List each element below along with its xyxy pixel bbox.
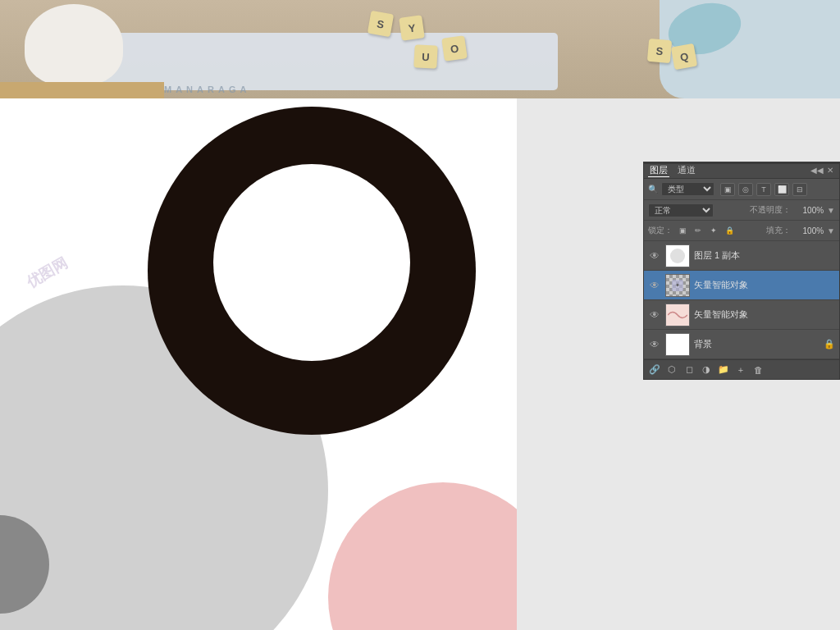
layer-visibility-icon-3[interactable]: 👁 xyxy=(648,338,661,351)
opacity-label: 不透明度： xyxy=(750,204,791,216)
letter-block-u: U xyxy=(413,44,437,68)
layer-item-1[interactable]: 👁 ✦ 矢量智能对象 xyxy=(644,271,839,300)
layer-visibility-icon-1[interactable]: 👁 xyxy=(648,279,661,292)
layer-thumbnail-2 xyxy=(665,304,690,326)
letter-block-y: Y xyxy=(399,15,425,41)
fill-arrow[interactable]: ▼ xyxy=(827,226,835,235)
fill-label: 填充： xyxy=(766,225,791,236)
layer-item-2[interactable]: 👁 矢量智能对象 xyxy=(644,300,839,330)
blend-mode-select[interactable]: 正常 xyxy=(648,203,714,217)
search-icon: 🔍 xyxy=(648,185,658,194)
panel-titlebar: 图层 通道 ◀◀ ✕ xyxy=(644,162,839,179)
layer-visibility-icon-2[interactable]: 👁 xyxy=(648,308,661,322)
panel-bottom-bar: 🔗 ⬡ ◻ ◑ 📁 + 🗑 xyxy=(644,359,839,379)
tab-channels[interactable]: 通道 xyxy=(676,164,697,177)
link-layers-btn[interactable]: 🔗 xyxy=(648,363,661,377)
panel-collapse-icon[interactable]: ◀◀ xyxy=(812,166,822,176)
letter-block-o: O xyxy=(441,35,468,62)
panel-menu-icon[interactable]: ✕ xyxy=(825,166,835,176)
tab-layers[interactable]: 图层 xyxy=(648,164,669,177)
layer-thumbnail-3 xyxy=(665,333,690,356)
letter-block-sq1: S xyxy=(647,39,672,63)
lock-all-btn[interactable]: 🔒 xyxy=(723,225,736,236)
lock-move-btn[interactable]: ✦ xyxy=(707,225,720,236)
filter-pixel-icon[interactable]: ▣ xyxy=(720,183,735,196)
opacity-arrow[interactable]: ▼ xyxy=(827,206,835,215)
new-layer-btn[interactable]: + xyxy=(734,363,747,377)
layer-lock-icon-3: 🔒 xyxy=(824,339,835,349)
lock-fill-row: 锁定： ▣ ✏ ✦ 🔒 填充： 100% ▼ xyxy=(644,221,839,241)
fill-value: 100% xyxy=(794,226,824,235)
filter-icon-group: ▣ ◎ T ⬜ ⊟ xyxy=(720,183,807,196)
dark-circle-inner xyxy=(213,164,410,361)
filter-type-select[interactable]: 类型 xyxy=(661,182,714,196)
mask-btn[interactable]: ◻ xyxy=(682,363,696,377)
panel-top-border xyxy=(643,162,840,164)
filter-shape-icon[interactable]: ⬜ xyxy=(774,183,789,196)
lock-pixel-btn[interactable]: ▣ xyxy=(676,225,689,236)
wood-floor xyxy=(0,82,164,98)
letter-block-sq2: Q xyxy=(671,43,697,70)
layer-name-2: 矢量智能对象 xyxy=(694,308,835,321)
panel-controls: ◀◀ ✕ xyxy=(812,166,835,176)
lock-label: 锁定： xyxy=(648,225,673,236)
lock-draw-btn[interactable]: ✏ xyxy=(692,225,705,236)
photo-strip: S Y U O S Q MANARAGA xyxy=(0,0,840,98)
bottom-icons-group: 🔗 ⬡ ◻ ◑ 📁 + 🗑 xyxy=(648,363,765,377)
layer-thumbnail-1: ✦ xyxy=(665,274,690,297)
layer-name-0: 图层 1 副本 xyxy=(694,249,835,262)
layer-style-btn[interactable]: ⬡ xyxy=(665,363,678,377)
layer-visibility-icon-0[interactable]: 👁 xyxy=(648,249,661,262)
delete-layer-btn[interactable]: 🗑 xyxy=(751,363,765,377)
watermark-1: 优图网 xyxy=(23,253,71,292)
layer-name-3: 背景 xyxy=(694,338,819,350)
canvas-area: S Y U O S Q MANARAGA 优图网 优图网 优图网 优图网 优图网… xyxy=(0,0,840,630)
bear-shape xyxy=(25,4,123,86)
layer-item-0[interactable]: 👁 图层 1 副本 xyxy=(644,241,839,271)
layer-name-1: 矢量智能对象 xyxy=(694,279,835,291)
opacity-value: 100% xyxy=(794,206,824,215)
filter-adjust-icon[interactable]: ◎ xyxy=(738,183,753,196)
filter-smart-icon[interactable]: ⊟ xyxy=(792,183,807,196)
panel-tabs: 图层 通道 xyxy=(648,164,697,177)
lock-icons-group: ▣ ✏ ✦ 🔒 xyxy=(676,225,736,236)
blend-opacity-row: 正常 不透明度： 100% ▼ xyxy=(644,200,839,221)
letter-block-s: S xyxy=(368,11,394,37)
group-btn[interactable]: 📁 xyxy=(717,363,730,377)
layers-panel: 图层 通道 ◀◀ ✕ 🔍 类型 ▣ ◎ T ⬜ ⊟ xyxy=(643,162,840,380)
filter-row: 🔍 类型 ▣ ◎ T ⬜ ⊟ xyxy=(644,179,839,200)
adjustment-btn[interactable]: ◑ xyxy=(700,363,713,377)
design-canvas: 优图网 优图网 优图网 优图网 优图网 优图网 优图网 xyxy=(0,98,517,630)
filter-text-icon[interactable]: T xyxy=(756,183,771,196)
layer-item-3[interactable]: 👁 背景 🔒 xyxy=(644,330,839,359)
layer-thumbnail-0 xyxy=(665,244,690,267)
pink-circle xyxy=(328,482,517,630)
rug-brand-text: MANARAGA xyxy=(164,84,250,94)
